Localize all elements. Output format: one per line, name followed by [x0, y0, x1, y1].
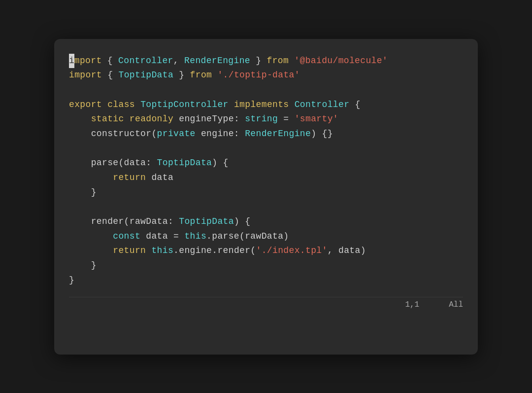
token-normal — [289, 54, 294, 69]
code-line: const data = this.parse(rawData) — [69, 229, 463, 244]
editor-window: import { Controller, RenderEngine } from… — [54, 39, 478, 355]
token-normal: ) { — [212, 156, 229, 171]
token-normal: data — [146, 171, 173, 185]
token-normal: engineType: — [173, 112, 245, 127]
token-normal: data = — [140, 229, 184, 244]
token-kw-static: static — [91, 112, 124, 127]
token-kw-this: this — [184, 229, 206, 244]
token-normal: render(rawData: — [69, 214, 179, 229]
code-area: import { Controller, RenderEngine } from… — [69, 54, 463, 288]
token-cls-name: ToptipData — [157, 156, 212, 171]
token-kw-class: class — [107, 98, 135, 112]
cursor: i — [69, 54, 74, 69]
token-normal: ) { — [234, 214, 251, 229]
token-kw-export: export — [69, 98, 102, 112]
token-normal: } — [69, 258, 97, 273]
token-normal: } — [250, 54, 267, 69]
token-kw-this: this — [151, 244, 173, 258]
code-line: constructor(private engine: RenderEngine… — [69, 127, 463, 142]
token-interface-name: Controller — [295, 98, 350, 112]
token-normal: constructor( — [69, 127, 157, 142]
token-normal — [69, 244, 113, 258]
code-line — [69, 200, 463, 214]
token-normal — [229, 98, 234, 112]
token-cls-name: ToptipController — [140, 98, 229, 112]
token-normal: = — [278, 112, 295, 127]
cursor-position: 1,1 — [405, 300, 419, 309]
token-str: 'smarty' — [295, 112, 338, 127]
token-normal — [289, 98, 295, 112]
token-cls-name: ToptipData — [179, 214, 234, 229]
token-kw-const: const — [113, 229, 140, 244]
token-cls-name: Controller — [118, 54, 173, 69]
token-normal — [102, 98, 107, 112]
code-line: parse(data: ToptipData) { — [69, 156, 463, 171]
token-normal: { — [102, 68, 119, 83]
token-kw-return: return — [113, 171, 146, 185]
token-normal: , data) — [328, 244, 366, 258]
token-normal: } — [173, 68, 190, 83]
token-normal — [212, 68, 217, 83]
token-normal: ) {} — [311, 127, 333, 142]
token-cls-name: ToptipData — [118, 68, 173, 83]
token-str: './toptip-data' — [217, 68, 299, 83]
token-str: './index.tpl' — [256, 244, 328, 258]
code-line: return data — [69, 171, 463, 185]
status-bar: 1,1 All — [69, 297, 463, 309]
token-normal: , — [173, 54, 184, 69]
token-normal: } — [69, 273, 74, 288]
view-mode: All — [449, 300, 463, 309]
code-line: import { Controller, RenderEngine } from… — [69, 54, 463, 69]
code-line: static readonly engineType: string = 'sm… — [69, 112, 463, 127]
token-normal — [69, 229, 113, 244]
code-line: render(rawData: ToptipData) { — [69, 214, 463, 229]
token-cls-name: RenderEngine — [245, 127, 311, 142]
code-line: return this.engine.render('./index.tpl',… — [69, 244, 463, 258]
token-kw-private: private — [157, 127, 196, 142]
token-normal — [69, 112, 91, 127]
token-normal: parse(data: — [69, 156, 157, 171]
token-type-ann: string — [245, 112, 278, 127]
code-line — [69, 142, 463, 156]
token-kw-return: return — [113, 244, 146, 258]
token-kw-from: from — [190, 68, 212, 83]
token-kw-import: import — [69, 68, 102, 83]
code-line: } — [69, 273, 463, 288]
token-normal: } — [69, 185, 97, 200]
token-normal — [146, 244, 151, 258]
code-line: import { ToptipData } from './toptip-dat… — [69, 68, 463, 83]
token-kw-readonly: readonly — [130, 112, 173, 127]
code-line: } — [69, 258, 463, 273]
token-normal: { — [349, 98, 360, 112]
code-line: export class ToptipController implements… — [69, 98, 463, 112]
token-normal: { — [102, 54, 119, 69]
token-kw-implements: implements — [234, 98, 289, 112]
token-normal: engine: — [196, 127, 245, 142]
code-line — [69, 83, 463, 98]
token-kw-import: mport — [74, 54, 102, 69]
token-normal: .engine.render( — [173, 244, 256, 258]
token-normal: .parse(rawData) — [206, 229, 289, 244]
token-str: '@baidu/molecule' — [294, 54, 388, 69]
token-kw-from: from — [267, 54, 289, 69]
token-cls-name: RenderEngine — [184, 54, 250, 69]
code-line: } — [69, 185, 463, 200]
token-normal — [124, 112, 130, 127]
token-normal — [69, 171, 113, 185]
token-normal — [135, 98, 140, 112]
